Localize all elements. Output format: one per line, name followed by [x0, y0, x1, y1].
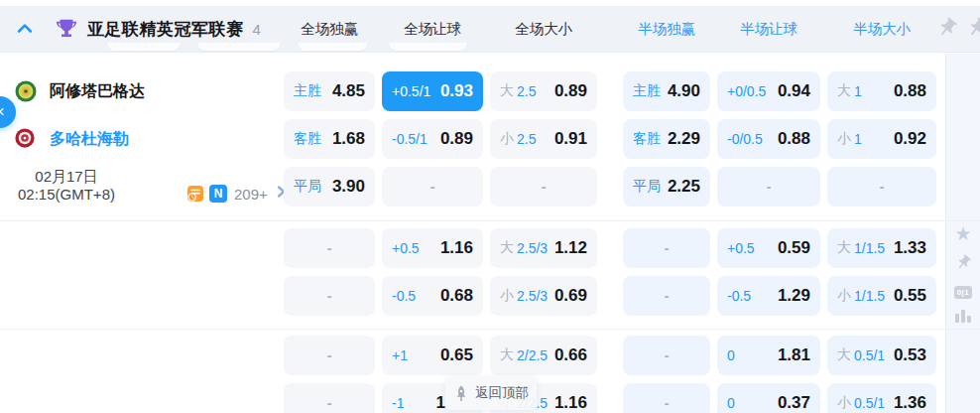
odds-cell[interactable]: 客胜1.68 — [284, 119, 375, 159]
odds-cell[interactable]: 小2.5/30.69 — [490, 276, 597, 316]
odds-cell[interactable]: 大2/2.50.66 — [490, 336, 597, 375]
odds-value: 0.37 — [778, 393, 810, 413]
match-date: 02月17日 — [2, 168, 131, 186]
group-spacer — [604, 383, 616, 413]
odds-cell[interactable]: 00.37 — [717, 383, 820, 413]
odds-cell[interactable]: 主胜4.85 — [284, 71, 375, 111]
odds-row: -+10.65大2/2.50.66-01.81大0.5/10.53 — [284, 336, 938, 375]
odds-value: 1.29 — [778, 286, 810, 306]
odds-cell[interactable]: 小2.50.91 — [490, 119, 597, 159]
odds-cell[interactable]: 大0.5/10.53 — [827, 336, 936, 375]
pin-icon[interactable] — [936, 17, 958, 43]
more-markets-link[interactable]: N 209+ — [186, 184, 289, 204]
league-title[interactable]: 亚足联精英冠军联赛 — [87, 18, 244, 41]
away-team-name[interactable]: 多哈杜海勒 — [50, 129, 129, 150]
odds-value: 0.89 — [440, 129, 473, 149]
pin-icon[interactable] — [955, 254, 972, 275]
odds-value: 0.88 — [894, 81, 926, 101]
odds-cell[interactable]: 小1/1.50.55 — [827, 276, 936, 316]
odds-cell[interactable]: 小0.5/11.36 — [827, 383, 936, 413]
odds-cell[interactable]: +10.65 — [382, 336, 483, 375]
stats-bar-chart-icon[interactable] — [955, 310, 971, 323]
handicap-type: 小 — [837, 394, 851, 412]
group-gap — [284, 214, 938, 228]
odds-cell[interactable]: +0.5/10.93 — [382, 71, 483, 111]
favorite-star-icon[interactable]: ★ — [954, 224, 971, 243]
odds-row: 平局3.90--平局2.25-- — [284, 167, 938, 206]
group-spacer — [604, 276, 616, 316]
odds-value: 0.89 — [554, 81, 587, 101]
bet-slip-icon — [186, 185, 204, 203]
odds-label: +0.5 — [727, 240, 755, 256]
odds-cell[interactable]: +0.50.59 — [717, 228, 820, 268]
pin-icon[interactable] — [966, 17, 980, 43]
odds-cell[interactable]: -0.51.29 — [717, 276, 820, 316]
odds-value: 0.53 — [894, 345, 926, 365]
group-divider — [0, 220, 980, 221]
group-spacer — [604, 167, 616, 206]
right-tool-rail: ★ 0|1 — [945, 54, 980, 413]
odds-cell[interactable]: 01.81 — [717, 336, 820, 375]
odds-cell[interactable]: -0.50.68 — [382, 276, 483, 316]
collapse-chevron-icon[interactable] — [14, 18, 36, 40]
odds-cell[interactable]: 小10.92 — [827, 119, 936, 159]
handicap-type: 大 — [837, 82, 851, 100]
trophy-icon — [56, 18, 77, 40]
odds-cell-empty: - — [623, 336, 710, 375]
odds-value: 4.85 — [332, 81, 365, 101]
handicap-type: 小 — [837, 287, 851, 305]
odds-label: 2.5 — [517, 83, 536, 99]
group-spacer — [604, 71, 616, 111]
odds-cell[interactable]: -0.5/10.89 — [382, 119, 483, 159]
odds-cell[interactable]: -0/0.50.88 — [717, 119, 820, 159]
home-team-row: 阿修塔巴格达 — [14, 71, 145, 111]
handicap-type: 大 — [837, 239, 851, 257]
odds-cell[interactable]: 平局3.90 — [284, 167, 375, 206]
odds-cell[interactable]: +0/0.50.94 — [717, 71, 820, 111]
markets-count: 209+ — [234, 186, 268, 203]
match-time: 02:15(GMT+8) — [2, 186, 131, 204]
odds-label: 1/1.5 — [854, 288, 885, 304]
market-headers: 全场独赢全场让球全场大小半场独赢半场让球半场大小 — [284, 6, 936, 52]
odds-cell[interactable]: 平局2.25 — [623, 167, 710, 206]
scrolled-chip-remnant — [388, 43, 468, 52]
odds-value: 3.90 — [332, 177, 365, 197]
binary-odds-toggle[interactable]: 0|1 — [954, 286, 973, 299]
odds-cell[interactable]: 客胜2.29 — [623, 119, 710, 159]
home-team-name[interactable]: 阿修塔巴格达 — [50, 81, 145, 102]
back-to-top-label: 返回顶部 — [475, 384, 529, 402]
away-team-row: 多哈杜海勒 — [14, 119, 129, 159]
handicap-type: 大 — [500, 346, 514, 364]
odds-cell[interactable]: +0.51.16 — [382, 228, 483, 268]
odds-label: 平局 — [294, 178, 321, 196]
handicap-type: 小 — [837, 130, 851, 148]
odds-value: 1.81 — [778, 345, 810, 365]
odds-value: 1.16 — [554, 393, 587, 413]
odds-value: 0.88 — [778, 129, 810, 149]
odds-label: -0.5/1 — [392, 131, 428, 147]
news-badge-icon: N — [209, 185, 227, 203]
odds-label: 2.5 — [517, 131, 536, 147]
odds-value: 0.69 — [554, 286, 587, 306]
back-to-top-button[interactable]: 返回顶部 — [445, 376, 537, 410]
market-header-1: 全场独赢 — [284, 20, 375, 39]
odds-value: 2.25 — [668, 177, 700, 197]
odds-label: -0.5 — [727, 288, 751, 304]
odds-row: --0.50.68小2.5/30.69--0.51.29小1/1.50.55 — [284, 276, 938, 316]
match-count-badge: 4 — [253, 21, 261, 38]
odds-label: +0.5 — [392, 240, 420, 256]
odds-value: 2.29 — [668, 129, 700, 149]
odds-label: 主胜 — [294, 82, 321, 100]
odds-label: 平局 — [633, 178, 661, 196]
handicap-type: 小 — [500, 287, 514, 305]
odds-cell[interactable]: 大2.50.89 — [490, 71, 597, 111]
league-header: 亚足联精英冠军联赛 4 全场独赢全场让球全场大小半场独赢半场让球半场大小 — [0, 6, 980, 53]
odds-cell[interactable]: 大10.88 — [827, 71, 936, 111]
odds-cell[interactable]: 大1/1.51.33 — [827, 228, 936, 268]
odds-cell[interactable]: 大2.5/31.12 — [490, 228, 597, 268]
odds-cell[interactable]: 主胜4.90 — [623, 71, 710, 111]
odds-label: 0 — [727, 395, 735, 411]
odds-label: 1/1.5 — [854, 240, 885, 256]
odds-row: 客胜1.68-0.5/10.89小2.50.91客胜2.29-0/0.50.88… — [284, 119, 938, 159]
handicap-type: 大 — [500, 82, 514, 100]
